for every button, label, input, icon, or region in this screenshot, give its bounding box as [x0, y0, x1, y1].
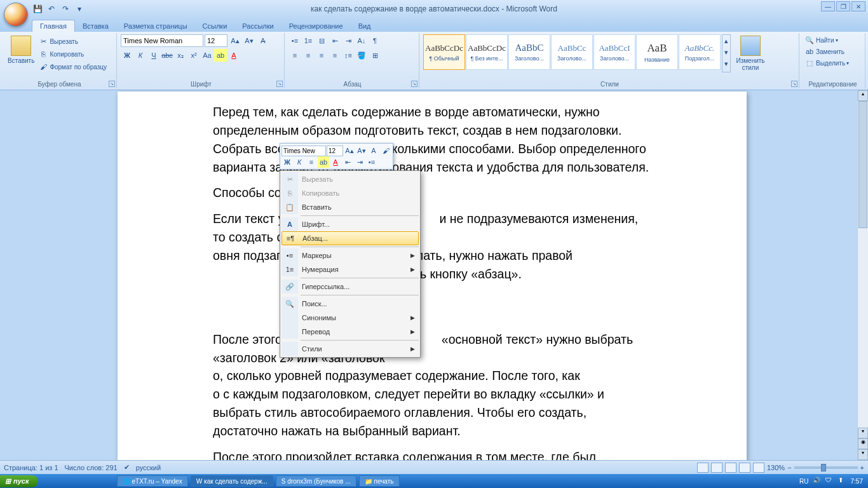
cm-paragraph[interactable]: ≡¶Абзац...: [281, 231, 419, 245]
mini-italic[interactable]: К: [294, 156, 305, 168]
bold-button[interactable]: Ж: [121, 49, 133, 62]
subscript-button[interactable]: x₂: [174, 49, 187, 62]
underline-button[interactable]: Ч: [147, 49, 160, 62]
decrease-indent-button[interactable]: ⇤: [329, 34, 341, 47]
zoom-out-button[interactable]: −: [787, 464, 791, 471]
zoom-in-button[interactable]: +: [860, 464, 864, 471]
mini-decrease-indent[interactable]: ⇤: [342, 156, 353, 168]
font-family-combo[interactable]: [121, 34, 203, 47]
replace-button[interactable]: abЗаменить: [803, 46, 862, 57]
superscript-button[interactable]: x²: [187, 49, 200, 62]
view-outline[interactable]: [739, 463, 750, 473]
prev-page-button[interactable]: ◉: [858, 438, 868, 449]
cm-synonyms[interactable]: Синонимы▶: [281, 311, 419, 325]
styles-gallery[interactable]: AaBbCcDc¶ Обычный AaBbCcDc¶ Без инте... …: [423, 34, 721, 72]
styles-scroll-up[interactable]: ▴: [722, 35, 730, 46]
vertical-scrollbar[interactable]: ▴ ▾ ◉ ▾: [857, 90, 868, 460]
justify-button[interactable]: ≡: [329, 49, 341, 62]
status-page[interactable]: Страница: 1 из 1: [4, 464, 58, 471]
tab-page-layout[interactable]: Разметка страницы: [116, 20, 195, 32]
qat-undo-icon[interactable]: ↶: [46, 3, 57, 15]
tray-network-icon[interactable]: 🛡: [825, 477, 834, 485]
scroll-up-button[interactable]: ▴: [858, 90, 868, 101]
tab-view[interactable]: Вид: [351, 20, 379, 32]
tab-insert[interactable]: Вставка: [75, 20, 116, 32]
zoom-thumb[interactable]: [821, 464, 826, 471]
taskbar-item-word[interactable]: Wкак сделать содерж...: [191, 475, 273, 487]
cm-bullets[interactable]: •≡Маркеры▶: [281, 248, 419, 262]
increase-indent-button[interactable]: ⇥: [342, 34, 355, 47]
view-draft[interactable]: [753, 463, 764, 473]
mini-increase-indent[interactable]: ⇥: [354, 156, 365, 168]
copy-button[interactable]: ⎘Копировать: [37, 48, 108, 60]
tab-review[interactable]: Рецензирование: [281, 20, 351, 32]
cm-translate[interactable]: Перевод▶: [281, 325, 419, 339]
sort-button[interactable]: A↓: [355, 34, 368, 47]
select-button[interactable]: ⬚Выделить▾: [803, 57, 862, 69]
cm-styles[interactable]: Стили▶: [281, 342, 419, 356]
maximize-button[interactable]: ❐: [836, 1, 850, 11]
mini-bold[interactable]: Ж: [281, 156, 293, 168]
tab-home[interactable]: Главная: [32, 20, 75, 32]
mini-bullets[interactable]: •≡: [366, 156, 377, 168]
tray-shield-icon[interactable]: ⬆: [838, 477, 847, 485]
qat-customize-icon[interactable]: ▾: [74, 3, 85, 15]
view-web-layout[interactable]: [725, 463, 736, 473]
styles-scroll-down[interactable]: ▾: [722, 46, 730, 58]
tray-volume-icon[interactable]: 🔊: [813, 477, 822, 485]
clear-formatting-button[interactable]: A̶: [257, 34, 269, 47]
tray-clock[interactable]: 7:57: [851, 478, 863, 485]
style-heading1[interactable]: AaBbCЗаголово...: [508, 34, 550, 70]
paste-button[interactable]: Вставить: [5, 34, 37, 79]
italic-button[interactable]: К: [134, 49, 147, 62]
scroll-thumb[interactable]: [858, 101, 867, 228]
style-subtitle[interactable]: AaBbCc.Подзагол...: [679, 34, 721, 70]
status-proofing-icon[interactable]: ✔: [124, 463, 130, 471]
mini-center[interactable]: ≡: [306, 156, 317, 168]
shading-button[interactable]: 🪣: [355, 49, 368, 62]
style-title[interactable]: АаВНазвание: [636, 34, 678, 70]
qat-save-icon[interactable]: 💾: [32, 3, 43, 15]
show-marks-button[interactable]: ¶: [369, 34, 381, 47]
cm-hyperlink[interactable]: 🔗Гиперссылка...: [281, 280, 419, 294]
strikethrough-button[interactable]: abc: [161, 49, 173, 62]
cm-font[interactable]: AШрифт...: [281, 217, 419, 231]
status-words[interactable]: Число слов: 291: [65, 464, 118, 471]
style-heading3[interactable]: AaBbCcIЗаголово...: [593, 34, 635, 70]
mini-shrink-font[interactable]: A▾: [356, 145, 367, 156]
change-styles-button[interactable]: Изменить стили: [732, 34, 769, 72]
qat-redo-icon[interactable]: ↷: [60, 3, 71, 15]
align-left-button[interactable]: ≡: [288, 49, 301, 62]
find-button[interactable]: 🔍Найти▾: [803, 34, 862, 46]
clipboard-dialog-launcher[interactable]: ↘: [109, 81, 115, 87]
cm-paste[interactable]: 📋Вставить: [281, 200, 419, 214]
bullets-button[interactable]: •≡: [288, 34, 301, 47]
start-button[interactable]: ⊞пуск: [0, 475, 38, 487]
minimize-button[interactable]: ―: [821, 1, 835, 11]
document-page[interactable]: Перед тем, как сделать содержание в ворд…: [118, 92, 747, 460]
mini-font-color[interactable]: A: [330, 156, 341, 168]
zoom-level[interactable]: 130%: [767, 464, 785, 471]
grow-font-button[interactable]: A▴: [229, 34, 241, 47]
taskbar-item-skype[interactable]: Sdronx3m (Бунчиков ...: [276, 475, 356, 487]
borders-button[interactable]: ⊞: [369, 49, 381, 62]
styles-expand[interactable]: ▾: [722, 58, 730, 69]
zoom-slider[interactable]: [794, 466, 858, 469]
mini-format-painter[interactable]: 🖌: [380, 145, 391, 156]
office-button[interactable]: [4, 3, 28, 27]
view-print-layout[interactable]: [697, 463, 709, 473]
style-no-spacing[interactable]: AaBbCcDc¶ Без инте...: [466, 34, 508, 70]
mini-highlight[interactable]: ab: [318, 156, 329, 168]
next-page-button[interactable]: ▾: [858, 449, 868, 460]
tab-references[interactable]: Ссылки: [195, 20, 235, 32]
cm-numbering[interactable]: 1≡Нумерация▶: [281, 262, 419, 276]
style-normal[interactable]: AaBbCcDc¶ Обычный: [423, 34, 465, 70]
scroll-down-button[interactable]: ▾: [858, 428, 868, 438]
mini-size-combo[interactable]: [327, 146, 343, 156]
align-right-button[interactable]: ≡: [315, 49, 328, 62]
close-button[interactable]: ✕: [851, 1, 865, 11]
style-heading2[interactable]: AaBbCcЗаголово...: [551, 34, 593, 70]
view-full-screen[interactable]: [711, 463, 722, 473]
change-case-button[interactable]: Aa: [201, 49, 214, 62]
mini-styles[interactable]: A: [368, 145, 379, 156]
